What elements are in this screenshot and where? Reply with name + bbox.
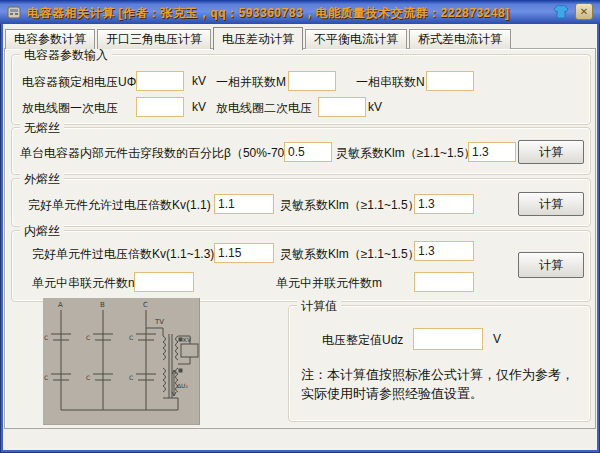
- diagram-cap-label: C: [44, 334, 48, 341]
- close-button[interactable]: ✕: [575, 3, 593, 20]
- beta-input[interactable]: [284, 142, 332, 162]
- client-area: 电容参数计算 开口三角电压计算 电压差动计算 不平衡电流计算 桥式差电流计算 电…: [3, 24, 597, 450]
- parallel-elements-input[interactable]: [414, 272, 474, 292]
- rated-phase-voltage-label: 电容器额定相电压UΦ: [22, 74, 136, 91]
- group-title: 外熔丝: [20, 171, 64, 188]
- calc-button-external-fuse[interactable]: 计算: [518, 192, 584, 216]
- group-internal-fuse: 内熔丝 完好单元件过电压倍数Kv(1.1~1.3) 灵敏系数Klm（≥1.1~1…: [11, 230, 591, 302]
- discharge-primary-input[interactable]: [136, 97, 184, 117]
- diagram-phase-c-label: C: [143, 301, 148, 309]
- title-bar[interactable]: 电容器相关计算 [作者：张克玉，qq：593360783，电能质量技术交流群：2…: [0, 0, 600, 24]
- tab-bar: 电容参数计算 开口三角电压计算 电压差动计算 不平衡电流计算 桥式差电流计算: [5, 27, 513, 49]
- close-icon: ✕: [580, 7, 588, 17]
- group-external-fuse: 外熔丝 完好单元件允许过电压倍数Kv(1.1) 灵敏系数Klm（≥1.1~1.5…: [11, 178, 591, 227]
- skin-button[interactable]: [552, 3, 570, 20]
- klm-input[interactable]: [468, 142, 516, 162]
- series-count-label: 一相串联数N: [356, 74, 425, 91]
- rated-phase-voltage-unit: kV: [192, 74, 206, 88]
- diagram-cap-label: C: [129, 374, 133, 381]
- diagram-cap-label: C: [86, 334, 90, 341]
- group-title: 电容器参数输入: [20, 47, 112, 64]
- voltage-setting-label: 电压整定值Udz: [322, 332, 403, 349]
- diagram-cap-label: C: [44, 374, 48, 381]
- diagram-phase-b-label: B: [100, 301, 105, 309]
- discharge-primary-label: 放电线圈一次电压: [22, 100, 118, 117]
- discharge-secondary-unit: kV: [368, 100, 382, 114]
- series-elements-input[interactable]: [134, 272, 194, 292]
- parallel-count-input[interactable]: [288, 71, 336, 91]
- voltage-setting-unit: V: [493, 332, 501, 346]
- group-title: 计算值: [297, 298, 341, 315]
- kv-label: 完好单元件过电压倍数Kv(1.1~1.3): [32, 246, 214, 263]
- tab-voltage-differential[interactable]: 电压差动计算: [213, 27, 303, 50]
- app-window: 电容器相关计算 [作者：张克玉，qq：593360783，电能质量技术交流群：2…: [0, 0, 600, 453]
- voltage-setting-input[interactable]: [413, 328, 483, 350]
- calc-button-internal-fuse[interactable]: 计算: [518, 252, 584, 278]
- skin-icon: [553, 5, 569, 19]
- beta-label: 单台电容器内部元件击穿段数的百分比β（50%-70%）: [20, 145, 307, 162]
- group-calculated-value: 计算值 电压整定值Udz V 注：本计算值按照标准公式计算，仅作为参考，实际使用…: [288, 305, 591, 422]
- app-icon: [6, 4, 22, 20]
- kv-input[interactable]: [214, 194, 274, 214]
- diagram-transformer-label: TV: [154, 318, 164, 326]
- group-title: 无熔丝: [20, 120, 64, 137]
- rated-phase-voltage-input[interactable]: [136, 71, 184, 91]
- calc-button-no-fuse[interactable]: 计算: [518, 140, 584, 164]
- diagram-cap-label: C: [129, 334, 133, 341]
- kv-input[interactable]: [214, 243, 274, 263]
- circuit-diagram-image: A B C C C C C C C TV KV ΔU₂: [43, 298, 200, 425]
- group-no-fuse: 无熔丝 单台电容器内部元件击穿段数的百分比β（50%-70%） 灵敏系数Klm（…: [11, 127, 591, 175]
- klm-label: 灵敏系数Klm（≥1.1~1.5）: [280, 197, 420, 214]
- diagram-meter-label: KV: [183, 336, 192, 343]
- calculation-note: 注：本计算值按照标准公式计算，仅作为参考，实际使用时请参照经验值设置。: [301, 366, 583, 404]
- tab-bridge-diff-current[interactable]: 桥式差电流计算: [409, 29, 511, 49]
- parallel-count-label: 一相并联数M: [216, 74, 286, 91]
- group-capacitor-param-input: 电容器参数输入 电容器额定相电压UΦ kV 一相并联数M 一相串联数N 放电线圈…: [11, 54, 591, 125]
- discharge-secondary-input[interactable]: [318, 97, 366, 117]
- window-title: 电容器相关计算 [作者：张克玉，qq：593360783，电能质量技术交流群：2…: [27, 5, 510, 22]
- tab-page-voltage-differential: 电容器参数输入 电容器额定相电压UΦ kV 一相并联数M 一相串联数N 放电线圈…: [4, 48, 596, 429]
- klm-input[interactable]: [414, 241, 474, 261]
- discharge-secondary-label: 放电线圈二次电压: [216, 100, 312, 117]
- diagram-delta-u-label: ΔU₂: [177, 382, 188, 389]
- parallel-elements-label: 单元中并联元件数m: [276, 275, 382, 292]
- tab-open-delta-voltage[interactable]: 开口三角电压计算: [97, 29, 211, 49]
- tab-capacitor-params[interactable]: 电容参数计算: [5, 29, 95, 49]
- klm-label: 灵敏系数Klm（≥1.1~1.5）: [336, 145, 476, 162]
- discharge-primary-unit: kV: [192, 100, 206, 114]
- diagram-cap-label: C: [86, 374, 90, 381]
- klm-label: 灵敏系数Klm（≥1.1~1.5）: [280, 246, 420, 263]
- klm-input[interactable]: [414, 194, 474, 214]
- diagram-phase-a-label: A: [58, 301, 63, 309]
- tab-unbalanced-current[interactable]: 不平衡电流计算: [305, 29, 407, 49]
- kv-label: 完好单元件允许过电压倍数Kv(1.1): [28, 197, 211, 214]
- series-count-input[interactable]: [426, 71, 474, 91]
- series-elements-label: 单元中串联元件数n: [32, 275, 135, 292]
- group-title: 内熔丝: [20, 223, 64, 240]
